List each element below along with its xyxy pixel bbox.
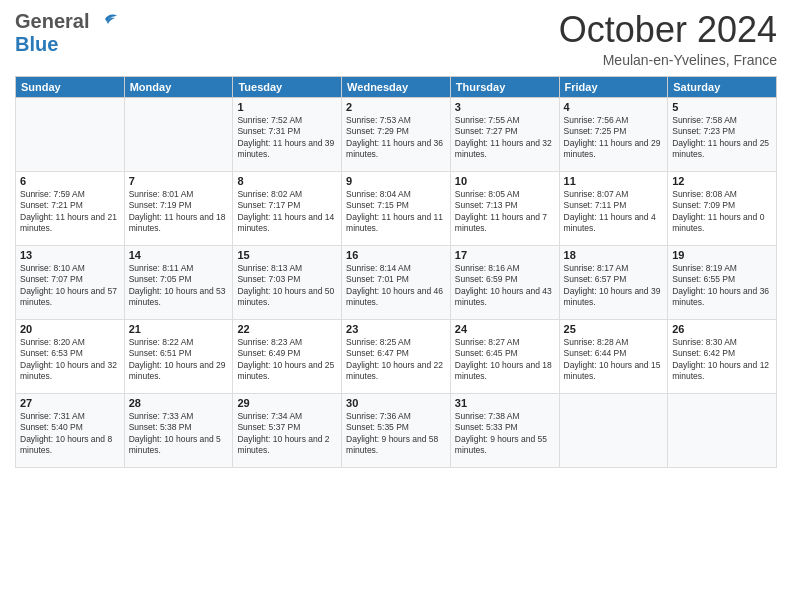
col-wednesday: Wednesday	[342, 76, 451, 97]
cell-w4-d4: 24Sunrise: 8:27 AMSunset: 6:45 PMDayligh…	[450, 319, 559, 393]
col-tuesday: Tuesday	[233, 76, 342, 97]
month-title: October 2024	[559, 10, 777, 50]
cell-info: Sunrise: 8:10 AMSunset: 7:07 PMDaylight:…	[20, 263, 117, 307]
cell-w1-d5: 4Sunrise: 7:56 AMSunset: 7:25 PMDaylight…	[559, 97, 668, 171]
day-number: 31	[455, 397, 555, 409]
cell-info: Sunrise: 8:13 AMSunset: 7:03 PMDaylight:…	[237, 263, 334, 307]
cell-w2-d6: 12Sunrise: 8:08 AMSunset: 7:09 PMDayligh…	[668, 171, 777, 245]
cell-info: Sunrise: 7:53 AMSunset: 7:29 PMDaylight:…	[346, 115, 443, 159]
calendar-table: Sunday Monday Tuesday Wednesday Thursday…	[15, 76, 777, 468]
cell-info: Sunrise: 8:25 AMSunset: 6:47 PMDaylight:…	[346, 337, 443, 381]
cell-w2-d4: 10Sunrise: 8:05 AMSunset: 7:13 PMDayligh…	[450, 171, 559, 245]
cell-info: Sunrise: 7:52 AMSunset: 7:31 PMDaylight:…	[237, 115, 334, 159]
week-row-5: 27Sunrise: 7:31 AMSunset: 5:40 PMDayligh…	[16, 393, 777, 467]
day-number: 14	[129, 249, 229, 261]
cell-w4-d1: 21Sunrise: 8:22 AMSunset: 6:51 PMDayligh…	[124, 319, 233, 393]
week-row-1: 1Sunrise: 7:52 AMSunset: 7:31 PMDaylight…	[16, 97, 777, 171]
cell-w3-d2: 15Sunrise: 8:13 AMSunset: 7:03 PMDayligh…	[233, 245, 342, 319]
day-number: 19	[672, 249, 772, 261]
cell-w5-d6	[668, 393, 777, 467]
cell-w3-d1: 14Sunrise: 8:11 AMSunset: 7:05 PMDayligh…	[124, 245, 233, 319]
cell-info: Sunrise: 8:23 AMSunset: 6:49 PMDaylight:…	[237, 337, 334, 381]
cell-w4-d5: 25Sunrise: 8:28 AMSunset: 6:44 PMDayligh…	[559, 319, 668, 393]
cell-info: Sunrise: 7:31 AMSunset: 5:40 PMDaylight:…	[20, 411, 112, 455]
cell-w2-d1: 7Sunrise: 8:01 AMSunset: 7:19 PMDaylight…	[124, 171, 233, 245]
cell-info: Sunrise: 8:17 AMSunset: 6:57 PMDaylight:…	[564, 263, 661, 307]
cell-w4-d6: 26Sunrise: 8:30 AMSunset: 6:42 PMDayligh…	[668, 319, 777, 393]
cell-info: Sunrise: 7:55 AMSunset: 7:27 PMDaylight:…	[455, 115, 552, 159]
cell-info: Sunrise: 8:27 AMSunset: 6:45 PMDaylight:…	[455, 337, 552, 381]
cell-w3-d4: 17Sunrise: 8:16 AMSunset: 6:59 PMDayligh…	[450, 245, 559, 319]
location-subtitle: Meulan-en-Yvelines, France	[559, 52, 777, 68]
day-number: 18	[564, 249, 664, 261]
cell-info: Sunrise: 8:08 AMSunset: 7:09 PMDaylight:…	[672, 189, 764, 233]
cell-info: Sunrise: 8:22 AMSunset: 6:51 PMDaylight:…	[129, 337, 226, 381]
cell-w2-d3: 9Sunrise: 8:04 AMSunset: 7:15 PMDaylight…	[342, 171, 451, 245]
day-number: 26	[672, 323, 772, 335]
day-number: 16	[346, 249, 446, 261]
week-row-3: 13Sunrise: 8:10 AMSunset: 7:07 PMDayligh…	[16, 245, 777, 319]
cell-w3-d3: 16Sunrise: 8:14 AMSunset: 7:01 PMDayligh…	[342, 245, 451, 319]
header-row: Sunday Monday Tuesday Wednesday Thursday…	[16, 76, 777, 97]
cell-info: Sunrise: 7:56 AMSunset: 7:25 PMDaylight:…	[564, 115, 661, 159]
logo-bird-icon	[91, 11, 119, 33]
cell-w3-d0: 13Sunrise: 8:10 AMSunset: 7:07 PMDayligh…	[16, 245, 125, 319]
day-number: 3	[455, 101, 555, 113]
cell-w2-d5: 11Sunrise: 8:07 AMSunset: 7:11 PMDayligh…	[559, 171, 668, 245]
cell-w1-d1	[124, 97, 233, 171]
cell-w5-d4: 31Sunrise: 7:38 AMSunset: 5:33 PMDayligh…	[450, 393, 559, 467]
day-number: 20	[20, 323, 120, 335]
cell-w5-d5	[559, 393, 668, 467]
day-number: 24	[455, 323, 555, 335]
cell-w1-d3: 2Sunrise: 7:53 AMSunset: 7:29 PMDaylight…	[342, 97, 451, 171]
cell-w5-d3: 30Sunrise: 7:36 AMSunset: 5:35 PMDayligh…	[342, 393, 451, 467]
day-number: 2	[346, 101, 446, 113]
title-block: October 2024 Meulan-en-Yvelines, France	[559, 10, 777, 68]
cell-w1-d4: 3Sunrise: 7:55 AMSunset: 7:27 PMDaylight…	[450, 97, 559, 171]
day-number: 6	[20, 175, 120, 187]
day-number: 12	[672, 175, 772, 187]
day-number: 8	[237, 175, 337, 187]
cell-w4-d3: 23Sunrise: 8:25 AMSunset: 6:47 PMDayligh…	[342, 319, 451, 393]
cell-info: Sunrise: 8:28 AMSunset: 6:44 PMDaylight:…	[564, 337, 661, 381]
day-number: 5	[672, 101, 772, 113]
day-number: 17	[455, 249, 555, 261]
cell-w3-d5: 18Sunrise: 8:17 AMSunset: 6:57 PMDayligh…	[559, 245, 668, 319]
col-sunday: Sunday	[16, 76, 125, 97]
cell-info: Sunrise: 8:01 AMSunset: 7:19 PMDaylight:…	[129, 189, 226, 233]
cell-info: Sunrise: 7:36 AMSunset: 5:35 PMDaylight:…	[346, 411, 438, 455]
day-number: 7	[129, 175, 229, 187]
day-number: 27	[20, 397, 120, 409]
day-number: 9	[346, 175, 446, 187]
header: General Blue October 2024 Meulan-en-Yvel…	[15, 10, 777, 68]
cell-info: Sunrise: 8:14 AMSunset: 7:01 PMDaylight:…	[346, 263, 443, 307]
col-monday: Monday	[124, 76, 233, 97]
cell-info: Sunrise: 7:38 AMSunset: 5:33 PMDaylight:…	[455, 411, 547, 455]
day-number: 1	[237, 101, 337, 113]
cell-info: Sunrise: 8:16 AMSunset: 6:59 PMDaylight:…	[455, 263, 552, 307]
col-thursday: Thursday	[450, 76, 559, 97]
cell-info: Sunrise: 7:58 AMSunset: 7:23 PMDaylight:…	[672, 115, 769, 159]
cell-w3-d6: 19Sunrise: 8:19 AMSunset: 6:55 PMDayligh…	[668, 245, 777, 319]
week-row-2: 6Sunrise: 7:59 AMSunset: 7:21 PMDaylight…	[16, 171, 777, 245]
cell-info: Sunrise: 8:19 AMSunset: 6:55 PMDaylight:…	[672, 263, 769, 307]
cell-info: Sunrise: 8:11 AMSunset: 7:05 PMDaylight:…	[129, 263, 226, 307]
day-number: 10	[455, 175, 555, 187]
cell-info: Sunrise: 7:33 AMSunset: 5:38 PMDaylight:…	[129, 411, 221, 455]
logo-general: General	[15, 10, 89, 33]
cell-w5-d2: 29Sunrise: 7:34 AMSunset: 5:37 PMDayligh…	[233, 393, 342, 467]
cell-info: Sunrise: 8:05 AMSunset: 7:13 PMDaylight:…	[455, 189, 547, 233]
cell-w2-d0: 6Sunrise: 7:59 AMSunset: 7:21 PMDaylight…	[16, 171, 125, 245]
logo-blue: Blue	[15, 33, 58, 55]
cell-info: Sunrise: 8:07 AMSunset: 7:11 PMDaylight:…	[564, 189, 656, 233]
col-friday: Friday	[559, 76, 668, 97]
day-number: 25	[564, 323, 664, 335]
cell-info: Sunrise: 7:59 AMSunset: 7:21 PMDaylight:…	[20, 189, 117, 233]
col-saturday: Saturday	[668, 76, 777, 97]
day-number: 28	[129, 397, 229, 409]
day-number: 11	[564, 175, 664, 187]
day-number: 21	[129, 323, 229, 335]
cell-w4-d0: 20Sunrise: 8:20 AMSunset: 6:53 PMDayligh…	[16, 319, 125, 393]
cell-w1-d0	[16, 97, 125, 171]
cell-info: Sunrise: 8:04 AMSunset: 7:15 PMDaylight:…	[346, 189, 443, 233]
